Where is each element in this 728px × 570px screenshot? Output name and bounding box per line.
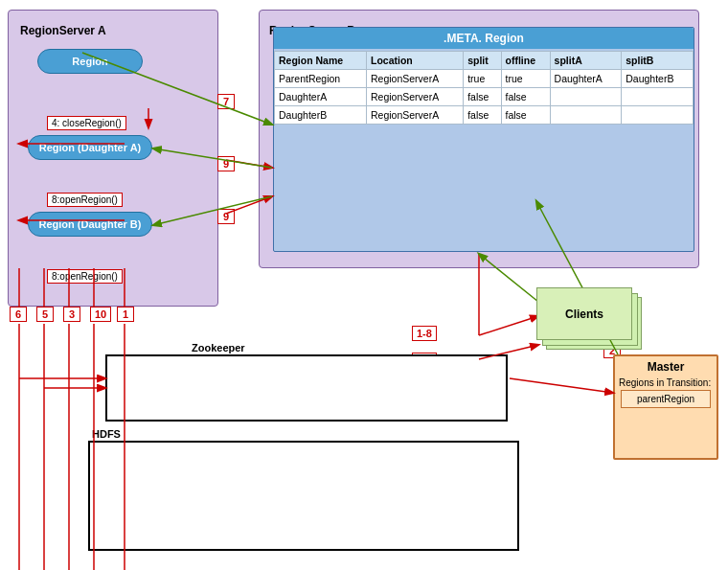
cell-daughter-a: DaughterA: [275, 88, 367, 106]
meta-title: .META. Region: [274, 28, 694, 49]
table-row: ParentRegion RegionServerA true true Dau…: [275, 70, 694, 88]
close-region-label: 4: closeRegion(): [47, 116, 126, 130]
clients-label: Clients: [565, 308, 603, 321]
num-label-1-8: 1-8: [412, 326, 437, 341]
cell-split-3: false: [464, 106, 501, 125]
cell-splita-1: DaughterA: [550, 70, 622, 88]
cell-split-2: false: [464, 88, 501, 106]
col-region-name: Region Name: [275, 52, 367, 70]
region-main: Region: [37, 49, 143, 74]
col-splita: splitA: [550, 52, 622, 70]
meta-region: .META. Region Region Name Location split…: [273, 27, 694, 252]
client-card-front: Clients: [536, 287, 632, 340]
zookeeper-box: /hbase/region-in-transition/parent_regio…: [105, 354, 508, 422]
cell-split-1: true: [464, 70, 501, 88]
region-daughter-b: Region (Daughter B): [28, 212, 152, 237]
num-label-3: 3: [63, 307, 80, 322]
col-location: Location: [367, 52, 464, 70]
clients-stack: Clients: [536, 287, 642, 354]
meta-table: Region Name Location split offline split…: [274, 51, 694, 125]
open-region-b-label: 8:openRegion(): [47, 269, 123, 284]
col-offline: offline: [501, 52, 550, 70]
hdfs-box: .../parent_region_name/column_family/hfi…: [88, 441, 519, 551]
master-title: Master: [615, 360, 717, 374]
cell-location-3: RegionServerA: [367, 106, 464, 125]
region-server-a: RegionServer A Region 4: closeRegion() R…: [8, 10, 218, 307]
svg-line-18: [510, 378, 613, 393]
num-label-9b: 9: [217, 209, 235, 224]
open-region-a-label: 8:openRegion(): [47, 193, 123, 207]
col-splitb: splitB: [622, 52, 694, 70]
zookeeper-label: Zookeeper: [192, 342, 245, 353]
cell-offline-3: false: [501, 106, 550, 125]
cell-daughter-b: DaughterB: [275, 106, 367, 125]
table-row: DaughterA RegionServerA false false: [275, 88, 694, 106]
master-box: Master Regions in Transition: parentRegi…: [613, 354, 718, 460]
num-label-6: 6: [10, 307, 27, 322]
cell-splitb-1: DaughterB: [622, 70, 694, 88]
cell-offline-1: true: [501, 70, 550, 88]
cell-parent-region: ParentRegion: [275, 70, 367, 88]
num-label-1: 1: [117, 307, 134, 322]
master-parent-region: parentRegion: [637, 394, 694, 404]
table-row: DaughterB RegionServerA false false: [275, 106, 694, 125]
num-label-10: 10: [90, 307, 111, 322]
svg-line-21: [479, 316, 538, 335]
hdfs-label: HDFS: [92, 428, 121, 440]
cell-location-1: RegionServerA: [367, 70, 464, 88]
col-split: split: [464, 52, 501, 70]
cell-offline-2: false: [501, 88, 550, 106]
num-label-7: 7: [217, 94, 235, 109]
region-daughter-a: Region (Daughter A): [28, 135, 152, 160]
cell-location-2: RegionServerA: [367, 88, 464, 106]
region-server-a-title: RegionServer A: [20, 24, 106, 37]
master-rit-label: Regions in Transition:: [619, 377, 713, 388]
master-region-box: parentRegion: [621, 390, 711, 408]
num-label-9a: 9: [217, 156, 235, 171]
num-label-5: 5: [36, 307, 54, 322]
